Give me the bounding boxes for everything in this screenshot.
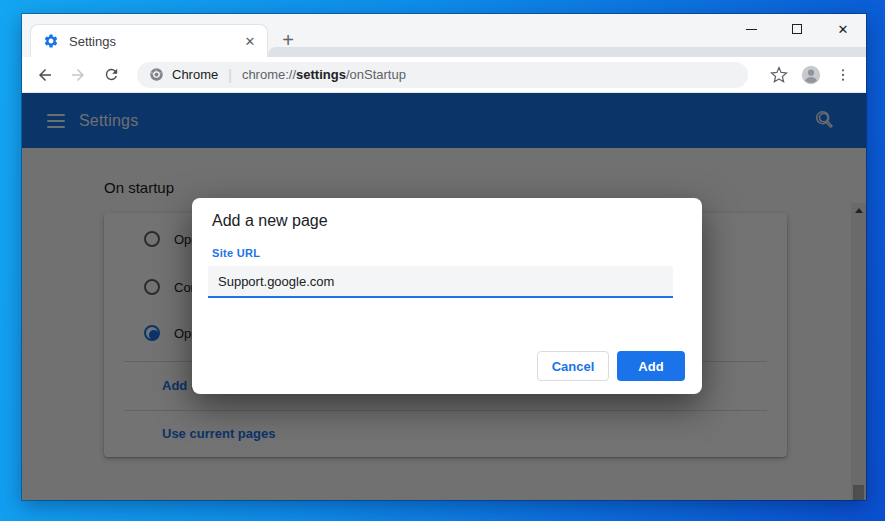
add-page-dialog: Add a new page Site URL Cancel Add (192, 198, 702, 394)
menu-kebab-icon[interactable] (830, 62, 856, 88)
forward-icon[interactable] (65, 62, 91, 88)
site-url-label: Site URL (212, 247, 260, 259)
cancel-button[interactable]: Cancel (537, 351, 609, 381)
close-window-button[interactable]: ✕ (820, 14, 866, 44)
tab-strip-band (268, 47, 866, 57)
back-icon[interactable] (32, 62, 58, 88)
settings-favicon-gear-icon (43, 33, 59, 49)
dialog-buttons: Cancel Add (537, 351, 685, 381)
tab-close-icon[interactable]: ✕ (241, 32, 259, 50)
url-text: chrome://settings/onStartup (242, 67, 406, 82)
site-name-label: Chrome (172, 67, 218, 82)
desktop-background: Settings ✕ + ✕ (0, 0, 885, 521)
tab-settings[interactable]: Settings ✕ (30, 24, 268, 57)
dialog-title: Add a new page (212, 212, 328, 230)
bookmark-star-icon[interactable] (766, 62, 792, 88)
reload-icon[interactable] (98, 62, 124, 88)
address-bar[interactable]: Chrome | chrome://settings/onStartup (137, 62, 748, 88)
add-button[interactable]: Add (617, 351, 685, 381)
tab-title: Settings (69, 34, 241, 49)
minimize-button[interactable] (728, 14, 774, 44)
chrome-logo-icon (149, 67, 164, 82)
browser-toolbar: Chrome | chrome://settings/onStartup (22, 57, 866, 93)
omnibox-separator: | (228, 67, 232, 83)
browser-window: Settings ✕ + ✕ (22, 14, 866, 500)
profile-avatar-icon[interactable] (798, 62, 824, 88)
tab-strip: Settings ✕ + ✕ (22, 14, 866, 57)
window-controls: ✕ (728, 14, 866, 44)
site-url-input[interactable] (208, 266, 673, 298)
maximize-button[interactable] (774, 14, 820, 44)
